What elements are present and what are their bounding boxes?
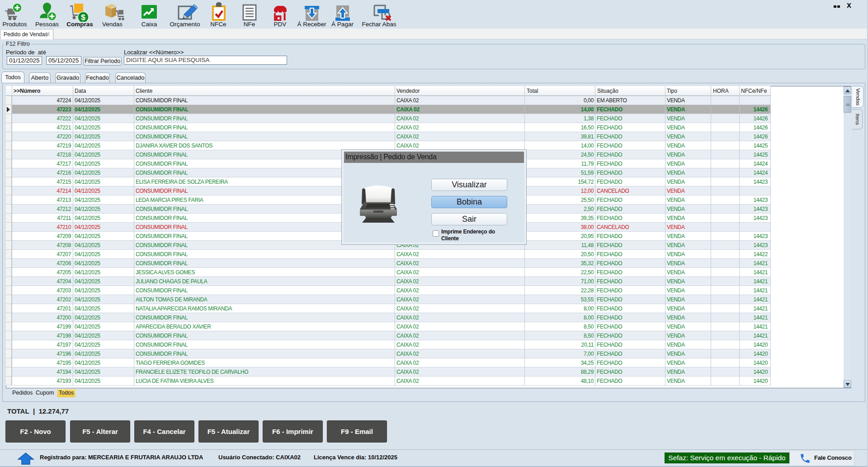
svg-text:$: $ bbox=[81, 13, 85, 22]
